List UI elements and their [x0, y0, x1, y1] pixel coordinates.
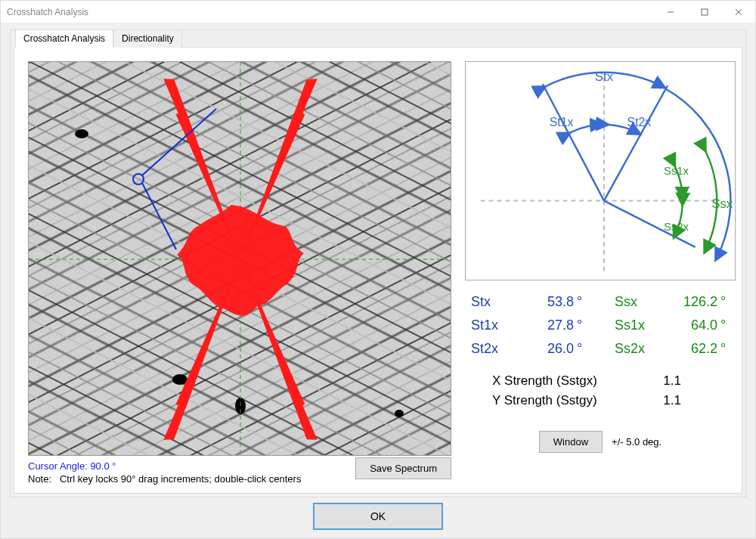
- ok-button[interactable]: OK: [314, 503, 442, 529]
- client-area: Crosshatch Analysis Directionality: [1, 23, 755, 538]
- st1x-label: St1x: [471, 318, 524, 333]
- y-strength-value: 1.1: [651, 393, 681, 408]
- minimize-button[interactable]: [653, 1, 687, 23]
- metrics-grid: Stx 53.8 ° Ssx 126.2 ° St1x 27.8 ° Ss1x: [471, 294, 736, 357]
- tab-crosshatch-analysis[interactable]: Crosshatch Analysis: [15, 29, 113, 48]
- y-strength-label: Y Strength (Sstgy): [492, 393, 621, 408]
- tab-panel: Cursor Angle: 90.0 ° Note: Ctrl key lock…: [14, 47, 742, 494]
- stx-label: Stx: [471, 294, 524, 310]
- window-title: Crosshatch Analysis: [7, 7, 88, 17]
- angle-diagram: Stx St1x St2x Ssx Ss1x Ss2x: [465, 61, 736, 280]
- ss2x-label: Ss2x: [615, 341, 668, 357]
- svg-point-20: [172, 374, 187, 385]
- spectrum-image[interactable]: [28, 61, 451, 456]
- ss2x-value: 62.2: [668, 341, 720, 357]
- left-column: Cursor Angle: 90.0 ° Note: Ctrl key lock…: [28, 61, 451, 479]
- x-strength-value: 1.1: [651, 373, 681, 389]
- save-spectrum-button[interactable]: Save Spectrum: [355, 457, 451, 479]
- main-groupbox: Crosshatch Analysis Directionality: [10, 29, 746, 497]
- ssx-value: 126.2: [668, 294, 720, 310]
- ssx-label: Ssx: [615, 294, 668, 310]
- window-button[interactable]: Window: [539, 431, 603, 453]
- svg-line-38: [543, 84, 604, 200]
- diagram-label-st1x: St1x: [550, 116, 574, 129]
- svg-rect-1: [702, 9, 708, 15]
- title-bar: Crosshatch Analysis: [1, 1, 755, 23]
- svg-line-39: [604, 85, 668, 200]
- right-column: Stx St1x St2x Ssx Ss1x Ss2x Stx 53.8: [465, 61, 736, 479]
- ss1x-value: 64.0: [668, 318, 720, 333]
- st1x-value: 27.8: [524, 318, 577, 333]
- st2x-value: 26.0: [524, 341, 577, 357]
- tab-directionality[interactable]: Directionality: [113, 29, 182, 48]
- tab-strip: Crosshatch Analysis Directionality: [15, 29, 182, 48]
- svg-point-22: [395, 410, 404, 417]
- stx-value: 53.8: [524, 294, 577, 310]
- diagram-label-stx: Stx: [595, 70, 614, 84]
- app-window: Crosshatch Analysis Crosshatch Analysis …: [0, 0, 756, 539]
- diagram-label-ssx: Ssx: [711, 197, 733, 211]
- window-row: Window +/- 5.0 deg.: [465, 431, 736, 453]
- diagram-label-ss2x: Ss2x: [664, 221, 689, 233]
- ok-row: OK: [10, 497, 746, 534]
- svg-point-19: [75, 129, 88, 138]
- st2x-label: St2x: [471, 341, 524, 357]
- strength-block: X Strength (Sstgx) 1.1 Y Strength (Sstgy…: [492, 373, 736, 413]
- ss1x-label: Ss1x: [615, 318, 668, 333]
- diagram-label-st2x: St2x: [627, 116, 652, 129]
- maximize-button[interactable]: [687, 1, 721, 23]
- window-tolerance: +/- 5.0 deg.: [612, 436, 662, 448]
- x-strength-label: X Strength (Sstgx): [492, 373, 621, 389]
- close-button[interactable]: [721, 1, 755, 23]
- diagram-label-ss1x: Ss1x: [664, 165, 689, 177]
